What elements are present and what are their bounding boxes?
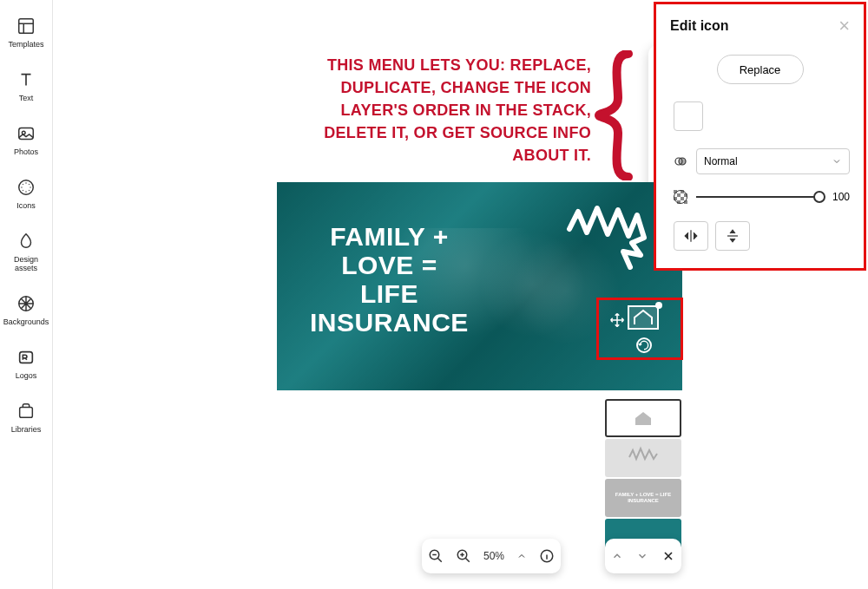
- photos-icon: [16, 123, 36, 144]
- icons-icon: [16, 177, 36, 198]
- backgrounds-icon: [16, 293, 36, 314]
- selected-icon-bounds[interactable]: [628, 305, 659, 330]
- sidebar-item-text[interactable]: Text: [2, 69, 50, 102]
- sidebar-label: Icons: [16, 201, 36, 210]
- sidebar-item-design-assets[interactable]: Design assets: [2, 231, 50, 272]
- flip-vertical-button[interactable]: [715, 221, 750, 251]
- layer-thumb-text[interactable]: FAMILY + LOVE = LIFE INSURANCE: [605, 479, 681, 517]
- sidebar-item-logos[interactable]: Logos: [2, 347, 50, 380]
- logos-icon: [16, 347, 36, 368]
- layer-thumb-selected[interactable]: [605, 399, 681, 437]
- zoom-value: 50%: [483, 550, 504, 562]
- zoom-menu-button[interactable]: [516, 551, 527, 561]
- zoom-in-button[interactable]: [456, 548, 471, 564]
- blend-mode-select[interactable]: Normal: [696, 148, 850, 174]
- svg-rect-20: [681, 197, 684, 200]
- text-icon: [16, 69, 36, 90]
- replace-button-label: Replace: [740, 63, 781, 76]
- design-assets-icon: [16, 231, 36, 252]
- sidebar-label: Backgrounds: [3, 317, 49, 326]
- sidebar-label: Logos: [16, 371, 37, 380]
- opacity-slider[interactable]: [696, 196, 820, 198]
- sidebar-item-icons[interactable]: Icons: [2, 177, 50, 210]
- sidebar-item-backgrounds[interactable]: Backgrounds: [2, 293, 50, 326]
- opacity-icon: [674, 190, 687, 204]
- svg-point-3: [19, 180, 34, 195]
- layer-thumb-text-label: FAMILY + LOVE = LIFE INSURANCE: [605, 492, 681, 503]
- opacity-value: 100: [829, 191, 850, 203]
- zoom-controls: 50%: [422, 539, 561, 573]
- libraries-icon: [16, 401, 36, 422]
- chevron-down-icon: [832, 156, 842, 167]
- resize-handle[interactable]: [655, 302, 662, 309]
- svg-rect-6: [20, 407, 33, 417]
- brace-icon: [594, 50, 634, 180]
- canvas-area: THIS MENU LETS YOU: REPLACE, DUPLICATE, …: [53, 0, 652, 589]
- layer-thumb-shape[interactable]: [605, 439, 681, 477]
- sidebar-label: Photos: [14, 147, 38, 156]
- rotate-handle[interactable]: [636, 337, 652, 353]
- blend-mode-icon: [674, 154, 687, 168]
- svg-rect-17: [677, 193, 681, 197]
- annotation-text: THIS MENU LETS YOU: REPLACE, DUPLICATE, …: [287, 54, 591, 167]
- sidebar-item-libraries[interactable]: Libraries: [2, 401, 50, 434]
- replace-button[interactable]: Replace: [717, 55, 804, 84]
- layers-panel: FAMILY + LOVE = LIFE INSURANCE: [605, 399, 681, 557]
- edit-icon-panel: Edit icon × Replace Normal 100: [654, 2, 866, 271]
- close-nav-button[interactable]: [661, 549, 675, 563]
- svg-point-13: [679, 158, 686, 165]
- sidebar-label: Design assets: [2, 255, 50, 272]
- view-info-button[interactable]: [539, 548, 555, 564]
- sidebar-label: Libraries: [11, 425, 42, 434]
- sidebar-item-templates[interactable]: Templates: [2, 16, 50, 49]
- sidebar-label: Text: [19, 94, 34, 102]
- sidebar-label: Templates: [8, 40, 43, 49]
- slider-thumb[interactable]: [813, 191, 825, 203]
- zigzag-shape: [562, 203, 649, 272]
- svg-rect-0: [19, 19, 34, 34]
- color-swatch[interactable]: [674, 101, 703, 131]
- templates-icon: [16, 16, 36, 36]
- close-panel-button[interactable]: ×: [838, 16, 850, 36]
- design-headline: FAMILY +LOVE =LIFEINSURANCE: [310, 222, 469, 337]
- zoom-out-button[interactable]: [428, 548, 444, 564]
- move-handle[interactable]: [608, 311, 626, 329]
- page-nav-controls: [605, 539, 681, 573]
- blend-mode-value: Normal: [704, 155, 738, 167]
- flip-horizontal-button[interactable]: [674, 221, 708, 251]
- panel-title: Edit icon: [670, 18, 729, 34]
- page-down-button[interactable]: [636, 550, 648, 562]
- sidebar-item-photos[interactable]: Photos: [2, 123, 50, 156]
- page-up-button[interactable]: [611, 550, 623, 562]
